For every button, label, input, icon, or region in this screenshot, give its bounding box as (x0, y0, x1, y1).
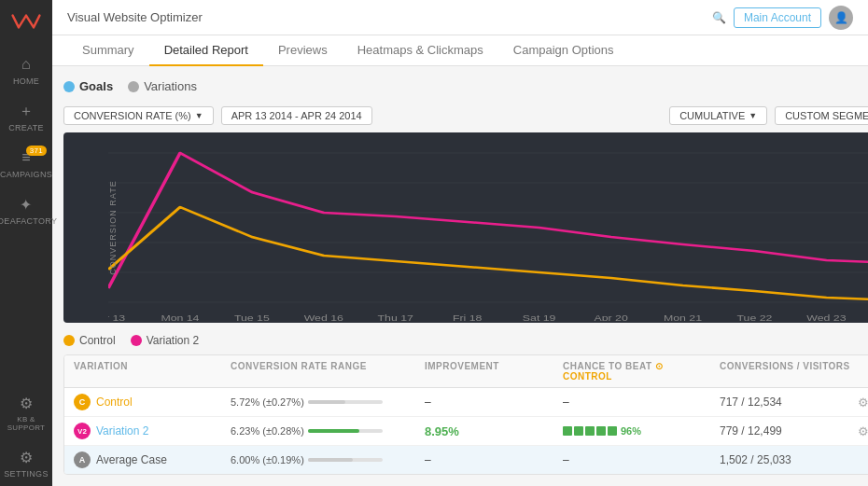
sidebar-item-kb-support[interactable]: ⚙ KB & SUPPORT (0, 385, 52, 439)
svg-text:Sat 19: Sat 19 (523, 313, 556, 321)
svg-text:Apr 20: Apr 20 (594, 313, 627, 321)
legend-variation2: Variation 2 (131, 334, 199, 347)
sidebar-item-settings[interactable]: ⚙ SETTINGS (0, 439, 52, 486)
svg-text:Wed 16: Wed 16 (304, 313, 343, 321)
variation-control[interactable]: C Control (74, 394, 223, 410)
results-table: VARIATION CONVERSION RATE RANGE IMPROVEM… (63, 354, 868, 475)
th-chance: CHANCE TO BEAT ⊙ CONTROL (563, 361, 712, 382)
sub-tab-variations[interactable]: Variations (128, 77, 197, 95)
th-cr-range: CONVERSION RATE RANGE (231, 361, 417, 382)
nav-tabs: Summary Detailed Report Previews Heatmap… (52, 35, 868, 66)
svg-text:Mon 21: Mon 21 (664, 313, 702, 321)
chance-square (585, 426, 595, 436)
table-header: VARIATION CONVERSION RATE RANGE IMPROVEM… (64, 355, 868, 388)
svg-text:Apr 13: Apr 13 (108, 313, 125, 321)
svg-text:Mon 14: Mon 14 (161, 313, 199, 321)
chance-control: – (563, 396, 712, 409)
create-icon: ＋ (16, 101, 36, 121)
table-row: C Control 5.72% (±0.27%) – – 717 / 12,53… (64, 388, 868, 417)
sub-tabs: Goals Variations (63, 77, 868, 95)
search-icon[interactable]: 🔍 (712, 11, 726, 24)
table-row: A Average Case 6.00% (±0.19%) – – 1,502 … (64, 446, 868, 474)
th-conversions: CONVERSIONS / VISITORS (720, 361, 850, 382)
cr-range-v2: 6.23% (±0.28%) (231, 425, 417, 437)
variation-v2[interactable]: V2 Variation 2 (74, 423, 223, 439)
conversions-control: 717 / 12,534 (720, 396, 850, 409)
conversion-rate-button[interactable]: CONVERSION RATE (%) ▼ (63, 106, 214, 125)
svg-text:Fri 18: Fri 18 (453, 313, 483, 321)
kb-support-icon: ⚙ (16, 393, 36, 413)
chance-avg: – (563, 453, 712, 466)
range-bar-v2 (308, 429, 383, 433)
conversions-avg: 1,502 / 25,033 (720, 453, 850, 466)
gear-icon[interactable]: ⚙ ▾ (858, 396, 868, 410)
settings-icon: ⚙ (16, 447, 36, 467)
topbar: Visual Website Optimizer 🔍 Main Account … (52, 0, 868, 35)
variation2-legend-dot (131, 335, 142, 346)
cr-range-control: 5.72% (±0.27%) (231, 396, 417, 408)
improvement-v2: 8.95% (425, 424, 555, 438)
main-content: Visual Website Optimizer 🔍 Main Account … (52, 0, 868, 486)
sidebar-item-create[interactable]: ＋ CREATE (0, 93, 52, 140)
range-bar-fill (308, 458, 353, 462)
chance-square (574, 426, 583, 436)
sub-tab-goals[interactable]: Goals (63, 77, 113, 95)
actions-control[interactable]: ⚙ ▾ (858, 396, 868, 410)
avatar[interactable]: 👤 (829, 6, 853, 30)
chart-legend: Control Variation 2 (63, 334, 868, 347)
th-actions (858, 361, 868, 382)
variations-dot (128, 81, 139, 92)
tab-heatmaps-clickmaps[interactable]: Heatmaps & Clickmaps (343, 35, 498, 66)
svg-text:Tue 22: Tue 22 (737, 313, 773, 321)
table-row: V2 Variation 2 6.23% (±0.28%) 8.95% (64, 417, 868, 446)
range-bar-fill (308, 429, 359, 433)
cr-range-avg: 6.00% (±0.19%) (231, 454, 417, 465)
range-bar-control (308, 400, 383, 404)
topbar-left: Visual Website Optimizer (67, 10, 210, 24)
tab-previews[interactable]: Previews (263, 35, 343, 66)
custom-segment-button[interactable]: CUSTOM SEGMENT ▼ (775, 106, 868, 125)
actions-v2[interactable]: ⚙ ▾ (858, 424, 868, 438)
th-variation: VARIATION (74, 361, 223, 382)
tab-campaign-options[interactable]: Campaign Options (498, 35, 629, 66)
topbar-right: 🔍 Main Account 👤 (712, 6, 853, 30)
cumulative-button[interactable]: CUMULATIVE ▼ (669, 106, 767, 125)
range-bar-avg (308, 458, 383, 462)
variation-avg: A Average Case (74, 451, 223, 468)
tab-summary[interactable]: Summary (67, 35, 149, 66)
chart-container: CONVERSION RATE 8.0% 7.5% 7.0% 6.5% 6.0%… (63, 132, 868, 323)
avg-badge: A (74, 451, 91, 468)
date-range-button[interactable]: APR 13 2014 - APR 24 2014 (221, 106, 372, 125)
control-legend-dot (63, 335, 75, 346)
range-bar-fill (308, 400, 345, 404)
sidebar-item-campaigns[interactable]: ≡ CAMPAIGNS 371 (0, 140, 52, 187)
svg-text:Thu 17: Thu 17 (378, 313, 413, 321)
chance-square (563, 426, 572, 436)
content-area: Goals Variations CONVERSION RATE (%) ▼ A… (52, 66, 868, 486)
ideafactory-icon: ✦ (16, 194, 36, 215)
legend-control: Control (63, 334, 116, 347)
sidebar-item-ideafactory[interactable]: ✦ IDEAFACTORY (0, 187, 52, 233)
goals-dot (63, 81, 75, 92)
chart-controls: CONVERSION RATE (%) ▼ APR 13 2014 - APR … (63, 106, 868, 125)
chart-panel: Goals Variations CONVERSION RATE (%) ▼ A… (63, 77, 868, 475)
chance-square (596, 426, 606, 436)
app-logo (9, 7, 43, 35)
svg-text:Tue 15: Tue 15 (234, 313, 270, 321)
conversions-v2: 779 / 12,499 (720, 424, 850, 437)
v2-badge: V2 (74, 423, 91, 439)
improvement-avg: – (425, 453, 555, 466)
chance-v2: 96% (563, 425, 712, 437)
control-badge: C (74, 394, 91, 410)
gear-icon[interactable]: ⚙ ▾ (858, 424, 868, 438)
sidebar-item-home[interactable]: ⌂ HOME (0, 47, 52, 93)
main-account-button[interactable]: Main Account (734, 7, 821, 28)
y-axis-label: CONVERSION RATE (108, 180, 118, 274)
th-improvement: IMPROVEMENT (425, 361, 555, 382)
chevron-down-icon: ▼ (195, 111, 203, 120)
tab-detailed-report[interactable]: Detailed Report (149, 35, 263, 66)
improvement-control: – (425, 396, 555, 409)
chevron-down-icon: ▼ (749, 111, 757, 120)
campaigns-badge: 371 (26, 146, 47, 156)
home-icon: ⌂ (16, 54, 36, 75)
